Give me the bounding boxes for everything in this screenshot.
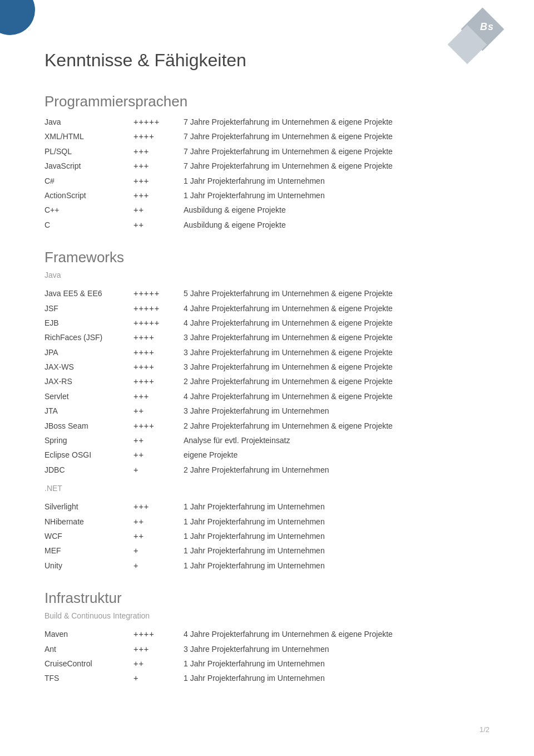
skill-name: Unity	[44, 558, 134, 573]
skill-desc: 1 Jahr Projekterfahrung im Unternehmen	[184, 188, 490, 203]
table-row: Spring ++ Analyse für evtl. Projekteinsa…	[44, 433, 490, 448]
table-row: ActionScript +++ 1 Jahr Projekterfahrung…	[44, 188, 490, 203]
skill-name: JBoss Seam	[44, 419, 134, 433]
skill-desc: Analyse für evtl. Projekteinsatz	[184, 433, 490, 448]
skill-name: EJB	[44, 316, 134, 330]
skill-desc: 5 Jahre Projekterfahrung im Unternehmen …	[184, 286, 490, 301]
table-row: JDBC + 2 Jahre Projekterfahrung im Unter…	[44, 463, 490, 477]
deco-circle	[0, 0, 35, 35]
skill-name: Java EE5 & EE6	[44, 286, 134, 301]
skill-name: JAX-RS	[44, 374, 134, 389]
table-row: Eclipse OSGI ++ eigene Projekte	[44, 448, 490, 462]
skill-level: ++++	[134, 419, 184, 433]
page-title: Kenntnisse & Fähigkeiten	[44, 50, 490, 71]
skill-desc: 7 Jahre Projekterfahrung im Unternehmen …	[184, 159, 490, 173]
frameworks-java-subtitle: Java	[44, 271, 490, 279]
skill-level: ++	[134, 404, 184, 418]
frameworks-net-table: Silverlight +++ 1 Jahr Projekterfahrung …	[44, 499, 490, 573]
table-row: JPA ++++ 3 Jahre Projekterfahrung im Unt…	[44, 345, 490, 360]
skill-level: ++++	[134, 360, 184, 374]
table-row: RichFaces (JSF) ++++ 3 Jahre Projekterfa…	[44, 330, 490, 345]
table-row: TFS + 1 Jahr Projekterfahrung im Unterne…	[44, 671, 490, 685]
skill-name: NHibernate	[44, 514, 134, 529]
skill-desc: Ausbildung & eigene Projekte	[184, 218, 490, 232]
skill-level: ++	[134, 656, 184, 671]
skill-level: +	[134, 671, 184, 685]
skill-desc: 4 Jahre Projekterfahrung im Unternehmen …	[184, 627, 490, 641]
skill-level: ++++	[134, 374, 184, 389]
skill-level: +++	[134, 144, 184, 159]
table-row: NHibernate ++ 1 Jahr Projekterfahrung im…	[44, 514, 490, 529]
logo-container: Bs	[439, 11, 501, 67]
skill-name: XML/HTML	[44, 129, 134, 144]
skill-level: +++++	[134, 286, 184, 301]
table-row: JBoss Seam ++++ 2 Jahre Projekterfahrung…	[44, 419, 490, 433]
skill-level: ++	[134, 218, 184, 232]
skill-desc: 3 Jahre Projekterfahrung im Unternehmen	[184, 642, 490, 656]
skill-name: CruiseControl	[44, 656, 134, 671]
skill-desc: 2 Jahre Projekterfahrung im Unternehmen …	[184, 374, 490, 389]
skill-level: +++++	[134, 301, 184, 316]
skill-name: C	[44, 218, 134, 232]
skill-desc: 1 Jahr Projekterfahrung im Unternehmen	[184, 671, 490, 685]
skill-level: +++	[134, 188, 184, 203]
table-row: Maven ++++ 4 Jahre Projekterfahrung im U…	[44, 627, 490, 641]
table-row: C ++ Ausbildung & eigene Projekte	[44, 218, 490, 232]
table-row: JAX-WS ++++ 3 Jahre Projekterfahrung im …	[44, 360, 490, 374]
table-row: WCF ++ 1 Jahr Projekterfahrung im Untern…	[44, 529, 490, 543]
skill-name: JDBC	[44, 463, 134, 477]
skill-name: Spring	[44, 433, 134, 448]
skill-name: JTA	[44, 404, 134, 418]
skill-level: +++	[134, 642, 184, 656]
skill-desc: 1 Jahr Projekterfahrung im Unternehmen	[184, 558, 490, 573]
skill-desc: 3 Jahre Projekterfahrung im Unternehmen …	[184, 360, 490, 374]
skill-desc: 4 Jahre Projekterfahrung im Unternehmen …	[184, 316, 490, 330]
skill-level: ++	[134, 433, 184, 448]
skill-desc: 1 Jahr Projekterfahrung im Unternehmen	[184, 499, 490, 514]
skill-name: MEF	[44, 543, 134, 558]
table-row: EJB +++++ 4 Jahre Projekterfahrung im Un…	[44, 316, 490, 330]
skill-name: Ant	[44, 642, 134, 656]
frameworks-java-table: Java EE5 & EE6 +++++ 5 Jahre Projekterfa…	[44, 286, 490, 477]
table-row: Java EE5 & EE6 +++++ 5 Jahre Projekterfa…	[44, 286, 490, 301]
table-row: Silverlight +++ 1 Jahr Projekterfahrung …	[44, 499, 490, 514]
skill-name: Maven	[44, 627, 134, 641]
section-frameworks-title: Frameworks	[44, 249, 490, 266]
skill-name: ActionScript	[44, 188, 134, 203]
table-row: C++ ++ Ausbildung & eigene Projekte	[44, 203, 490, 217]
section-infrastruktur-title: Infrastruktur	[44, 590, 490, 607]
skill-name: JAX-WS	[44, 360, 134, 374]
skill-name: C++	[44, 203, 134, 217]
skill-desc: Ausbildung & eigene Projekte	[184, 203, 490, 217]
skill-level: ++++	[134, 330, 184, 345]
table-row: JavaScript +++ 7 Jahre Projekterfahrung …	[44, 159, 490, 173]
skill-name: RichFaces (JSF)	[44, 330, 134, 345]
skill-level: ++++	[134, 345, 184, 360]
section-programmiersprachen-title: Programmiersprachen	[44, 93, 490, 110]
skill-name: C#	[44, 174, 134, 188]
table-row: Ant +++ 3 Jahre Projekterfahrung im Unte…	[44, 642, 490, 656]
table-row: JTA ++ 3 Jahre Projekterfahrung im Unter…	[44, 404, 490, 418]
skill-desc: 7 Jahre Projekterfahrung im Unternehmen …	[184, 129, 490, 144]
skill-name: TFS	[44, 671, 134, 685]
skill-desc: 3 Jahre Projekterfahrung im Unternehmen …	[184, 330, 490, 345]
programmiersprachen-table: Java +++++ 7 Jahre Projekterfahrung im U…	[44, 115, 490, 232]
skill-level: ++++	[134, 129, 184, 144]
page-number: 1/2	[479, 725, 490, 734]
skill-desc: 7 Jahre Projekterfahrung im Unternehmen …	[184, 115, 490, 129]
logo-text: Bs	[480, 21, 494, 33]
table-row: PL/SQL +++ 7 Jahre Projekterfahrung im U…	[44, 144, 490, 159]
table-row: MEF + 1 Jahr Projekterfahrung im Unterne…	[44, 543, 490, 558]
skill-desc: 1 Jahr Projekterfahrung im Unternehmen	[184, 174, 490, 188]
skill-desc: 1 Jahr Projekterfahrung im Unternehmen	[184, 529, 490, 543]
skill-level: ++	[134, 203, 184, 217]
skill-level: +	[134, 543, 184, 558]
skill-name: Eclipse OSGI	[44, 448, 134, 462]
skill-desc: 4 Jahre Projekterfahrung im Unternehmen …	[184, 301, 490, 316]
skill-level: ++	[134, 529, 184, 543]
skill-level: ++	[134, 514, 184, 529]
table-row: C# +++ 1 Jahr Projekterfahrung im Untern…	[44, 174, 490, 188]
skill-desc: 7 Jahre Projekterfahrung im Unternehmen …	[184, 144, 490, 159]
skill-level: +++++	[134, 316, 184, 330]
skill-name: Servlet	[44, 389, 134, 404]
